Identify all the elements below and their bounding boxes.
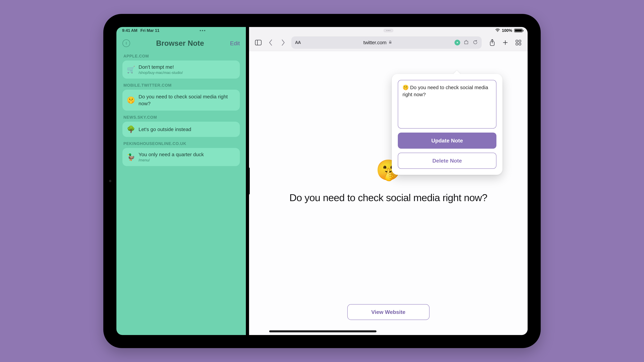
- delete-note-button[interactable]: Delete Note: [398, 153, 496, 169]
- battery-icon: [514, 29, 522, 32]
- note-title: Do you need to check social media right …: [138, 93, 236, 107]
- screen: 9:41 AM Fri Mar 11 Browser Note Edit APP…: [116, 27, 528, 335]
- svg-rect-2: [255, 40, 261, 45]
- note-popover: Update Note Delete Note: [392, 74, 502, 175]
- page-body: 🤫 Do you need to check social media righ…: [249, 51, 528, 335]
- safari-pane: 100% AA twitter.com: [249, 27, 528, 335]
- domain-label: APPLE.COM: [124, 54, 240, 58]
- lock-icon: [389, 40, 392, 45]
- note-card-peking[interactable]: 🦆 You only need a quarter duck /menu/: [122, 148, 240, 166]
- note-emoji: 🛒: [127, 66, 135, 73]
- svg-rect-11: [516, 43, 518, 45]
- safari-toolbar: AA twitter.com: [249, 34, 528, 51]
- note-card-sky[interactable]: 🌳 Let's go outside instead: [122, 122, 240, 137]
- sidebar-toggle-icon[interactable]: [254, 38, 262, 47]
- compass-icon[interactable]: [122, 39, 130, 47]
- svg-rect-10: [519, 40, 521, 42]
- back-icon[interactable]: [266, 38, 275, 47]
- home-indicator[interactable]: [269, 330, 376, 332]
- note-path: /menu/: [138, 158, 236, 162]
- new-tab-icon[interactable]: [501, 38, 510, 47]
- note-title: Let's go outside instead: [138, 126, 236, 132]
- wifi-icon: [495, 28, 500, 33]
- domain-label: MOBILE.TWITTER.COM: [124, 83, 240, 88]
- share-icon[interactable]: [488, 38, 496, 47]
- note-emoji: 🌳: [127, 125, 135, 133]
- note-card-twitter[interactable]: 🤫 Do you need to check social media righ…: [122, 90, 240, 111]
- reload-icon[interactable]: [472, 39, 478, 45]
- left-header: Browser Note Edit: [116, 34, 246, 54]
- view-website-button[interactable]: View Website: [347, 304, 430, 320]
- note-emoji: 🦆: [127, 153, 135, 161]
- forward-icon[interactable]: [279, 38, 287, 47]
- svg-rect-12: [519, 43, 521, 45]
- multitask-dots[interactable]: [200, 30, 205, 31]
- ipad-frame: 9:41 AM Fri Mar 11 Browser Note Edit APP…: [103, 14, 541, 348]
- page-question: Do you need to check social media right …: [289, 192, 487, 203]
- svg-point-1: [497, 31, 498, 32]
- update-note-button[interactable]: Update Note: [398, 133, 496, 149]
- battery-pct: 100%: [502, 28, 512, 33]
- extension-compass-icon[interactable]: [454, 40, 460, 45]
- reader-aa-icon[interactable]: AA: [295, 40, 301, 45]
- status-time: 9:41 AM: [122, 28, 137, 33]
- app-title: Browser Note: [130, 39, 230, 47]
- split-handle[interactable]: [248, 168, 250, 194]
- status-bar-right: 100%: [249, 27, 528, 34]
- camera-dot: [109, 180, 111, 182]
- note-path: /shop/buy-mac/mac-studio/: [138, 70, 236, 75]
- svg-rect-9: [516, 40, 518, 42]
- status-date: Fri Mar 11: [140, 28, 159, 33]
- note-textarea[interactable]: [398, 80, 496, 129]
- note-emoji: 🤫: [127, 96, 135, 104]
- note-title: Don't tempt me!: [138, 64, 236, 70]
- note-list: APPLE.COM 🛒 Don't tempt me! /shop/buy-ma…: [116, 54, 246, 166]
- svg-marker-0: [126, 42, 127, 44]
- edit-button[interactable]: Edit: [230, 40, 240, 46]
- domain-label: NEWS.SKY.COM: [124, 115, 240, 120]
- note-card-apple[interactable]: 🛒 Don't tempt me! /shop/buy-mac/mac-stud…: [122, 60, 240, 79]
- browser-note-pane: 9:41 AM Fri Mar 11 Browser Note Edit APP…: [116, 27, 246, 335]
- url-text: twitter.com: [363, 40, 386, 45]
- domain-label: PEKINGHOUSEONLINE.CO.UK: [124, 141, 240, 146]
- multitask-pill[interactable]: [384, 29, 394, 32]
- address-bar[interactable]: AA twitter.com: [291, 36, 482, 49]
- note-title: You only need a quarter duck: [138, 152, 236, 157]
- svg-rect-4: [389, 42, 392, 43]
- tabs-grid-icon[interactable]: [514, 38, 522, 47]
- puzzle-icon[interactable]: [464, 39, 469, 46]
- status-bar-left: 9:41 AM Fri Mar 11: [116, 27, 246, 34]
